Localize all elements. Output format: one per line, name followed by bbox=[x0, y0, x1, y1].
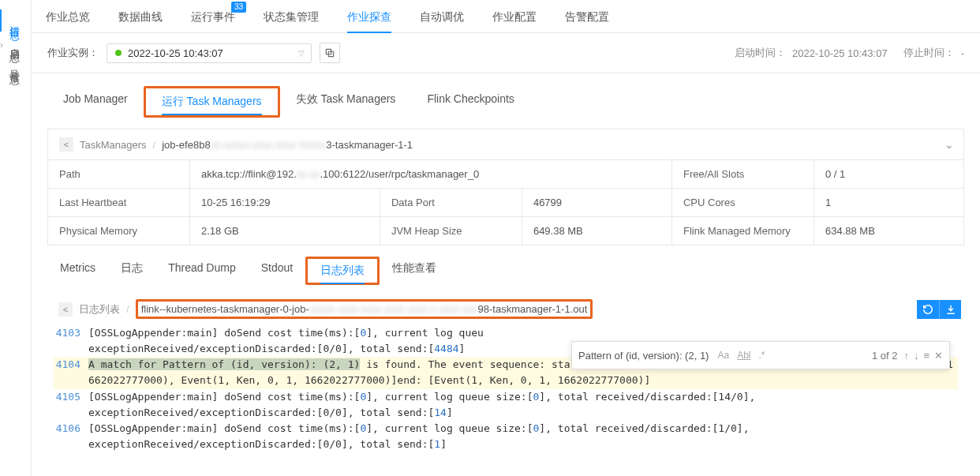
refresh-button[interactable] bbox=[917, 300, 939, 319]
dataport-value: 46799 bbox=[522, 189, 671, 217]
log-tabs: Metrics 日志 Thread Dump Stdout 日志列表 性能查看 bbox=[47, 257, 964, 285]
cpu-label: CPU Cores bbox=[671, 189, 814, 217]
stop-time-value: - bbox=[961, 47, 964, 59]
line-number: 4104 bbox=[54, 357, 88, 388]
status-dot-icon bbox=[115, 50, 122, 56]
tab-config[interactable]: 作业配置 bbox=[478, 0, 551, 33]
slots-value: 0 / 1 bbox=[814, 160, 963, 189]
breadcrumb-sep: / bbox=[153, 139, 156, 151]
tab-events[interactable]: 运行事件 33 bbox=[177, 0, 249, 33]
path-label: Path bbox=[48, 160, 190, 189]
line-number: 4103 bbox=[54, 325, 88, 357]
tab-autotune[interactable]: 自动调优 bbox=[406, 0, 478, 33]
line-number: 4105 bbox=[54, 389, 88, 421]
dataport-label: Data Port bbox=[380, 189, 522, 217]
instance-bar: 作业实例： 2022-10-25 10:43:07 ▽ 启动时间： 2022-1… bbox=[32, 33, 980, 73]
log-line: 4106 [OSSLogAppender:main] doSend cost t… bbox=[54, 421, 958, 452]
highlight-running-tm: 运行 Task Managers bbox=[144, 86, 280, 118]
breadcrumb-back-button[interactable]: < bbox=[59, 137, 73, 152]
start-time-value: 2022-10-25 10:43:07 bbox=[792, 47, 888, 59]
line-number: 4106 bbox=[54, 421, 88, 452]
download-button[interactable] bbox=[939, 300, 961, 319]
tab-checkpoints[interactable]: Flink Checkpoints bbox=[411, 86, 530, 118]
highlight-loglist: 日志列表 bbox=[305, 257, 380, 285]
chevron-down-icon: ▽ bbox=[298, 49, 305, 58]
tab-threaddump[interactable]: Thread Dump bbox=[155, 257, 249, 285]
tab-perf[interactable]: 性能查看 bbox=[380, 257, 449, 285]
log-bc-parent[interactable]: 日志列表 bbox=[79, 302, 120, 317]
search-close-button[interactable]: ✕ bbox=[934, 350, 943, 362]
heartbeat-label: Last Heartbeat bbox=[48, 189, 190, 217]
physmem-label: Physical Memory bbox=[48, 217, 190, 245]
start-time-label: 启动时间： bbox=[735, 46, 786, 60]
tm-info-table: Path akka.tcp://flink@192.xx xx.100:6122… bbox=[47, 159, 964, 245]
tab-events-label: 运行事件 bbox=[191, 10, 235, 23]
download-icon bbox=[945, 304, 956, 315]
tab-overview[interactable]: 作业总览 bbox=[32, 0, 104, 33]
search-count: 1 of 2 bbox=[872, 350, 898, 362]
search-input[interactable]: Pattern of (id, version): (2, 1) bbox=[578, 350, 709, 362]
log-breadcrumb: < 日志列表 / flink--kubernetes-taskmanager-0… bbox=[47, 293, 964, 325]
tab-job-manager[interactable]: Job Manager bbox=[47, 86, 144, 118]
tab-metrics[interactable]: Metrics bbox=[47, 257, 108, 285]
highlight-logfile: flink--kubernetes-taskmanager-0-job-xxxx… bbox=[136, 299, 593, 319]
log-text: [OSSLogAppender:main] doSend cost time(m… bbox=[88, 389, 958, 421]
log-bc-sep: / bbox=[126, 303, 129, 315]
log-bc-back-button[interactable]: < bbox=[58, 302, 73, 317]
sidebar: › 运行日志 启动日志 异常信息 bbox=[0, 0, 32, 476]
search-bar: Pattern of (id, version): (2, 1) Aa Abl … bbox=[571, 341, 950, 369]
sidebar-item-run-logs[interactable]: 运行日志 bbox=[0, 9, 31, 32]
tab-running-tm[interactable]: 运行 Task Managers bbox=[146, 88, 278, 115]
managed-value: 634.88 MB bbox=[814, 217, 963, 245]
top-tabs: 作业总览 数据曲线 运行事件 33 状态集管理 作业探查 自动调优 作业配置 告… bbox=[32, 0, 980, 33]
tab-stateset[interactable]: 状态集管理 bbox=[249, 0, 333, 33]
physmem-value: 2.18 GB bbox=[190, 217, 380, 245]
instance-select[interactable]: 2022-10-25 10:43:07 ▽ bbox=[107, 43, 312, 63]
events-badge: 33 bbox=[231, 2, 246, 13]
cpu-value: 1 bbox=[814, 189, 963, 217]
search-regex-toggle[interactable]: .* bbox=[756, 349, 767, 362]
tab-alert[interactable]: 告警配置 bbox=[551, 0, 623, 33]
stop-time-label: 停止时间： bbox=[903, 46, 955, 60]
tab-loglist[interactable]: 日志列表 bbox=[308, 259, 377, 283]
log-line: 4105 [OSSLogAppender:main] doSend cost t… bbox=[54, 389, 958, 421]
search-case-toggle[interactable]: Aa bbox=[715, 349, 731, 362]
breadcrumb-parent[interactable]: TaskManagers bbox=[80, 139, 147, 151]
search-prev-button[interactable]: ↑ bbox=[903, 350, 909, 362]
tab-logs[interactable]: 日志 bbox=[108, 257, 155, 285]
path-value: akka.tcp://flink@192.xx xx.100:6122/user… bbox=[190, 160, 672, 189]
tab-curve[interactable]: 数据曲线 bbox=[104, 0, 177, 33]
copy-button[interactable] bbox=[320, 43, 340, 63]
tab-stdout[interactable]: Stdout bbox=[249, 257, 305, 285]
slots-label: Free/All Slots bbox=[671, 160, 814, 189]
search-word-toggle[interactable]: Abl bbox=[735, 349, 753, 362]
breadcrumb-current: job-efe8b8xx xxxxx xxxx xxxx Xxxxx3-task… bbox=[162, 139, 413, 151]
instance-label: 作业实例： bbox=[47, 46, 99, 60]
search-next-button[interactable]: ↓ bbox=[914, 350, 919, 362]
expand-caret-icon[interactable]: ⌄ bbox=[944, 138, 954, 151]
heap-label: JVM Heap Size bbox=[380, 217, 522, 245]
instance-selected: 2022-10-25 10:43:07 bbox=[128, 47, 223, 59]
sidebar-toggle[interactable]: › bbox=[0, 39, 11, 55]
tm-breadcrumb: < TaskManagers / job-efe8b8xx xxxxx xxxx… bbox=[47, 129, 964, 160]
heartbeat-value: 10-25 16:19:29 bbox=[190, 189, 380, 217]
search-menu-button[interactable]: ≡ bbox=[923, 350, 930, 362]
log-bc-current: flink--kubernetes-taskmanager-0-job-xxxx… bbox=[141, 303, 588, 315]
refresh-icon bbox=[922, 304, 933, 315]
sidebar-item-exception[interactable]: 异常信息 bbox=[0, 54, 31, 76]
sub-tabs: Job Manager 运行 Task Managers 失效 Task Man… bbox=[47, 86, 964, 118]
managed-label: Flink Managed Memory bbox=[671, 217, 814, 245]
log-text: [OSSLogAppender:main] doSend cost time(m… bbox=[88, 421, 958, 452]
tab-failed-tm[interactable]: 失效 Task Managers bbox=[280, 86, 412, 118]
tab-inspect[interactable]: 作业探查 bbox=[333, 0, 406, 33]
heap-value: 649.38 MB bbox=[522, 217, 671, 245]
copy-icon bbox=[324, 47, 335, 58]
